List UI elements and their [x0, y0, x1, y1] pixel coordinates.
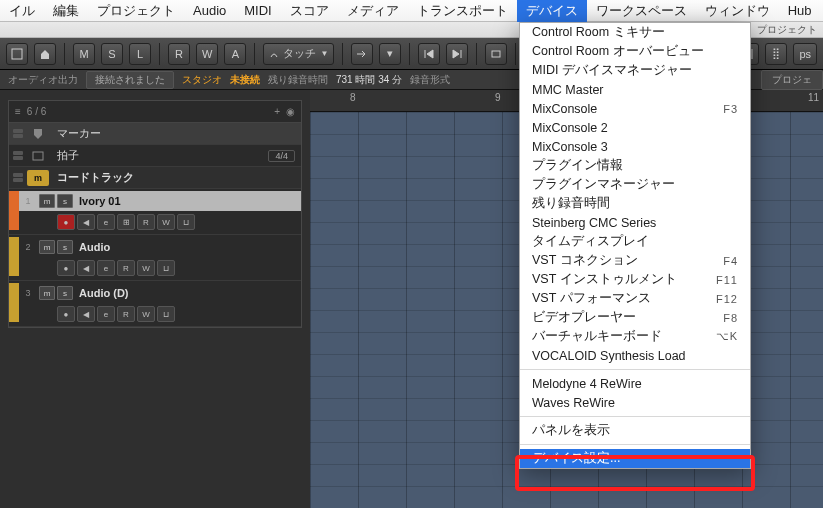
- menu-window[interactable]: ウィンドウ: [696, 0, 779, 22]
- edit-channel-button[interactable]: e: [97, 260, 115, 276]
- track-name[interactable]: Audio (D): [79, 287, 301, 299]
- status-right-tab[interactable]: プロジェ: [761, 70, 823, 90]
- menu-item[interactable]: Waves ReWire: [520, 393, 750, 412]
- menu-item[interactable]: Steinberg CMC Series: [520, 213, 750, 232]
- studio-status: 未接続: [230, 73, 260, 87]
- tempo-track-row[interactable]: 拍子 4/4: [9, 145, 301, 167]
- mute-button[interactable]: m: [39, 286, 55, 300]
- menu-project[interactable]: プロジェクト: [88, 0, 184, 22]
- macos-menubar: イル 編集 プロジェクト Audio MIDI スコア メディア トランスポート…: [0, 0, 823, 22]
- read-automation-button[interactable]: R: [117, 306, 135, 322]
- autoscroll-icon[interactable]: [351, 43, 373, 65]
- menu-item[interactable]: プラグインマネージャー: [520, 175, 750, 194]
- time-signature-badge[interactable]: 4/4: [268, 150, 295, 162]
- menu-item[interactable]: パネルを表示: [520, 421, 750, 440]
- solo-button[interactable]: s: [57, 194, 73, 208]
- monitor-button[interactable]: ◀: [77, 306, 95, 322]
- freeze-button[interactable]: ⊔: [157, 260, 175, 276]
- write-automation-button[interactable]: W: [137, 260, 155, 276]
- mute-button[interactable]: m: [39, 240, 55, 254]
- marker-track-row[interactable]: マーカー: [9, 123, 301, 145]
- track-row-3[interactable]: 3 ms Audio (D) ● ◀ e R W ⊔: [9, 281, 301, 327]
- toolbar-l[interactable]: L: [129, 43, 151, 65]
- menu-item[interactable]: デバイス設定...: [520, 449, 750, 468]
- toolbar-a[interactable]: A: [224, 43, 246, 65]
- solo-button[interactable]: s: [57, 286, 73, 300]
- menu-item[interactable]: MixConsole 2: [520, 118, 750, 137]
- menu-item-shortcut: F12: [716, 293, 738, 305]
- menu-transport[interactable]: トランスポート: [408, 0, 517, 22]
- track-row-1[interactable]: 1 ms Ivory 01 ● ◀ e ⊞ R W ⊔: [9, 189, 301, 235]
- read-automation-button[interactable]: R: [137, 214, 155, 230]
- record-enable-button[interactable]: ●: [57, 260, 75, 276]
- audio-output-status[interactable]: 接続されました: [86, 71, 174, 89]
- menu-devices[interactable]: デバイス: [517, 0, 587, 22]
- track-name[interactable]: Ivory 01: [79, 195, 301, 207]
- menu-audio[interactable]: Audio: [184, 0, 235, 22]
- edit-channel-button[interactable]: e: [97, 214, 115, 230]
- read-automation-button[interactable]: R: [117, 260, 135, 276]
- menu-item[interactable]: 残り録音時間: [520, 194, 750, 213]
- home-icon[interactable]: [34, 43, 56, 65]
- prev-icon[interactable]: [418, 43, 440, 65]
- menu-item[interactable]: MMC Master: [520, 80, 750, 99]
- menu-item[interactable]: VOCALOID Synthesis Load: [520, 346, 750, 365]
- track-controls: ● ◀ e ⊞ R W ⊔: [19, 211, 301, 230]
- menu-media[interactable]: メディア: [338, 0, 408, 22]
- menu-hub[interactable]: Hub: [779, 0, 821, 22]
- automation-mode[interactable]: タッチ ▼: [263, 43, 334, 65]
- toggle-constrain-icon[interactable]: [6, 43, 28, 65]
- toolbar-r[interactable]: R: [168, 43, 190, 65]
- menu-item[interactable]: VST インストゥルメントF11: [520, 270, 750, 289]
- marker-icon: [27, 126, 49, 142]
- menu-item[interactable]: MIDI デバイスマネージャー: [520, 61, 750, 80]
- freeze-button[interactable]: ⊔: [157, 306, 175, 322]
- track-number: 3: [19, 288, 37, 298]
- menu-item[interactable]: Melodyne 4 ReWire: [520, 374, 750, 393]
- menu-item-label: ビデオプレーヤー: [532, 309, 636, 326]
- add-track-icon[interactable]: +: [274, 106, 280, 117]
- freeze-button[interactable]: ⊔: [177, 214, 195, 230]
- menu-item[interactable]: VST パフォーマンスF12: [520, 289, 750, 308]
- monitor-button[interactable]: ◀: [77, 214, 95, 230]
- tracklist-header: ≡ 6 / 6 + ◉: [9, 101, 301, 123]
- menu-item-label: MixConsole 3: [532, 140, 608, 154]
- mute-button[interactable]: m: [39, 194, 55, 208]
- toolbar-s[interactable]: S: [101, 43, 123, 65]
- menu-item[interactable]: VST コネクションF4: [520, 251, 750, 270]
- menu-midi[interactable]: MIDI: [235, 0, 280, 22]
- menu-score[interactable]: スコア: [281, 0, 338, 22]
- monitor-button[interactable]: ◀: [77, 260, 95, 276]
- menu-edit[interactable]: 編集: [44, 0, 88, 22]
- menu-item[interactable]: ビデオプレーヤーF8: [520, 308, 750, 327]
- toolbar-w[interactable]: W: [196, 43, 218, 65]
- menu-item[interactable]: MixConsole 3: [520, 137, 750, 156]
- menu-file[interactable]: イル: [0, 0, 44, 22]
- edit-channel-button[interactable]: e: [97, 306, 115, 322]
- record-enable-button[interactable]: ●: [57, 214, 75, 230]
- toolbar-m[interactable]: M: [73, 43, 95, 65]
- menu-item[interactable]: プラグイン情報: [520, 156, 750, 175]
- menu-item[interactable]: Control Room オーバービュー: [520, 42, 750, 61]
- snap-icon[interactable]: ▾: [379, 43, 401, 65]
- next-icon[interactable]: [446, 43, 468, 65]
- menu-item-label: デバイス設定...: [532, 450, 620, 467]
- write-automation-button[interactable]: W: [157, 214, 175, 230]
- menu-workspace[interactable]: ワークスペース: [587, 0, 696, 22]
- cycle-icon[interactable]: [485, 43, 507, 65]
- menu-item[interactable]: タイムディスプレイ: [520, 232, 750, 251]
- write-automation-button[interactable]: W: [137, 306, 155, 322]
- menu-item[interactable]: バーチャルキーボード⌥K: [520, 327, 750, 346]
- toolbar-right-ps[interactable]: ps: [793, 43, 817, 65]
- tracklist-menu-icon[interactable]: ≡: [15, 106, 21, 117]
- record-enable-button[interactable]: ●: [57, 306, 75, 322]
- track-name[interactable]: Audio: [79, 241, 301, 253]
- track-row-2[interactable]: 2 ms Audio ● ◀ e R W ⊔: [9, 235, 301, 281]
- tracklist-settings-icon[interactable]: ◉: [286, 106, 295, 117]
- chord-track-row[interactable]: m コードトラック: [9, 167, 301, 189]
- menu-item[interactable]: Control Room ミキサー: [520, 23, 750, 42]
- tool-more-icon[interactable]: ⣿: [765, 43, 787, 65]
- menu-item[interactable]: MixConsoleF3: [520, 99, 750, 118]
- instrument-button[interactable]: ⊞: [117, 214, 135, 230]
- solo-button[interactable]: s: [57, 240, 73, 254]
